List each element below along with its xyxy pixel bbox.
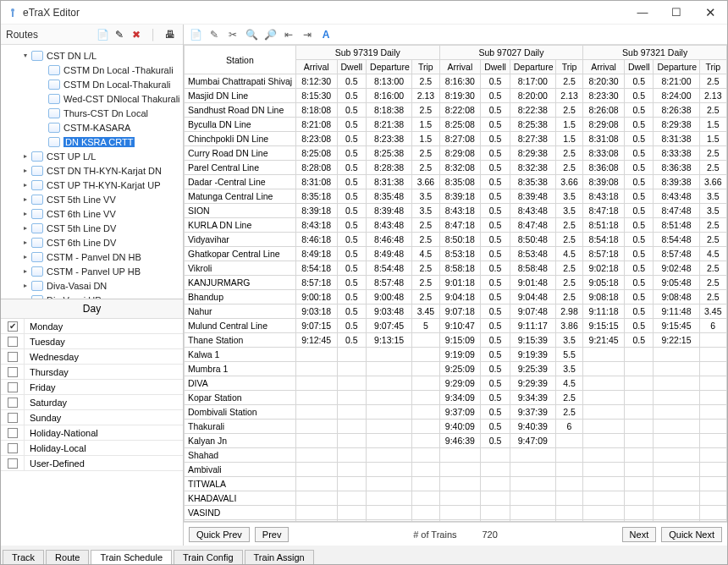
data-cell[interactable]: 0.5 (481, 362, 510, 376)
tb-zoomin-icon[interactable]: 🔎 (262, 26, 279, 43)
data-cell[interactable]: 8:53:48 (510, 247, 555, 261)
day-checkbox[interactable] (8, 398, 18, 408)
tree-node[interactable]: ▸CST UP L/L (3, 149, 181, 163)
data-cell[interactable] (367, 391, 412, 405)
data-cell[interactable]: 8:43:48 (510, 204, 555, 218)
data-cell[interactable] (555, 477, 582, 491)
data-cell[interactable] (367, 434, 412, 448)
data-cell[interactable]: 9:15:45 (654, 319, 699, 333)
data-cell[interactable]: 5.5 (555, 348, 582, 362)
data-cell[interactable]: 9:04:18 (439, 290, 481, 304)
data-cell[interactable] (481, 448, 510, 463)
data-cell[interactable]: 8:16:00 (367, 89, 412, 103)
data-cell[interactable] (654, 434, 699, 448)
table-row[interactable]: Shahad (185, 448, 727, 463)
data-cell[interactable]: 0.5 (624, 290, 654, 304)
data-cell[interactable]: 8:36:08 (583, 161, 625, 175)
data-cell[interactable]: 0.5 (624, 204, 654, 218)
data-cell[interactable] (367, 448, 412, 463)
data-cell[interactable]: 9:19:39 (510, 348, 555, 362)
data-cell[interactable] (654, 420, 699, 434)
data-cell[interactable]: 9:25:39 (510, 362, 555, 376)
tree-twisty-icon[interactable]: ▸ (21, 210, 30, 218)
data-cell[interactable]: 8:47:48 (654, 204, 699, 218)
data-cell[interactable] (510, 506, 555, 520)
data-cell[interactable]: 8:33:08 (583, 146, 625, 161)
data-cell[interactable]: 4.5 (412, 247, 439, 261)
data-cell[interactable]: 9:21:45 (583, 333, 625, 348)
data-cell[interactable] (583, 491, 625, 506)
quick-prev-button[interactable]: Quick Prev (189, 527, 250, 542)
minimize-button[interactable]: — (626, 1, 659, 25)
data-cell[interactable] (624, 348, 654, 362)
day-checkbox[interactable] (8, 337, 18, 347)
data-cell[interactable]: 2.5 (699, 218, 726, 233)
data-cell[interactable] (624, 362, 654, 376)
routes-new-icon[interactable]: 📄 (95, 27, 110, 42)
tb-cut-icon[interactable]: ✂ (224, 26, 241, 43)
data-cell[interactable]: 0.5 (481, 218, 510, 233)
data-cell[interactable] (439, 491, 481, 506)
data-cell[interactable]: 0.5 (481, 333, 510, 348)
data-cell[interactable]: 0.5 (624, 189, 654, 204)
data-cell[interactable] (337, 448, 367, 463)
data-cell[interactable] (412, 333, 439, 348)
data-cell[interactable] (412, 491, 439, 506)
table-row[interactable]: Thakurali9:40:090.59:40:396 (185, 420, 727, 434)
data-cell[interactable]: 2.5 (412, 146, 439, 161)
data-cell[interactable]: 8:39:48 (510, 189, 555, 204)
data-cell[interactable]: 8:31:38 (654, 132, 699, 146)
data-cell[interactable]: 8:57:18 (583, 247, 625, 261)
data-cell[interactable]: 2.5 (555, 161, 582, 175)
data-cell[interactable]: 2.5 (412, 74, 439, 89)
data-cell[interactable]: 0.5 (624, 261, 654, 276)
tree-node[interactable]: ▸CSTM - Panvel UP HB (3, 264, 181, 278)
table-row[interactable]: Nahur9:03:180.59:03:483.459:07:180.59:07… (185, 304, 727, 319)
data-cell[interactable]: 9:03:48 (367, 304, 412, 319)
data-cell[interactable] (439, 477, 481, 491)
data-cell[interactable]: 2.5 (412, 290, 439, 304)
data-cell[interactable]: 2.5 (555, 146, 582, 161)
data-cell[interactable] (624, 420, 654, 434)
data-cell[interactable]: 8:17:00 (510, 74, 555, 89)
data-cell[interactable]: 0.5 (624, 247, 654, 261)
data-cell[interactable]: 0.5 (624, 175, 654, 189)
tree-node[interactable]: ▸Diva-Vasai DN (3, 278, 181, 293)
data-cell[interactable]: 8:47:18 (583, 204, 625, 218)
tree-node[interactable]: ▸CSTM Dn Local -Thakurali (3, 63, 181, 77)
tree-twisty-icon[interactable]: ▸ (21, 253, 30, 261)
data-cell[interactable]: 0.5 (481, 175, 510, 189)
data-cell[interactable]: 2.13 (555, 89, 582, 103)
data-cell[interactable] (367, 477, 412, 491)
data-cell[interactable]: 4.5 (699, 247, 726, 261)
data-cell[interactable]: 9:15:39 (510, 333, 555, 348)
data-cell[interactable]: 0.5 (337, 204, 367, 218)
data-cell[interactable]: 9:07:48 (510, 304, 555, 319)
table-row[interactable]: Curry Road DN Line8:25:080.58:25:382.58:… (185, 146, 727, 161)
data-cell[interactable]: 9:40:39 (510, 420, 555, 434)
data-cell[interactable] (699, 333, 726, 348)
data-cell[interactable]: 0.5 (481, 304, 510, 319)
data-cell[interactable]: 8:43:48 (654, 189, 699, 204)
data-cell[interactable]: 2.5 (699, 276, 726, 290)
day-checkbox[interactable] (8, 428, 18, 438)
data-cell[interactable]: 8:57:48 (654, 247, 699, 261)
data-cell[interactable]: 2.5 (412, 218, 439, 233)
data-cell[interactable]: 8:29:08 (583, 118, 625, 132)
quick-next-button[interactable]: Quick Next (661, 527, 722, 542)
data-cell[interactable]: 0.5 (481, 348, 510, 362)
tree-node[interactable]: ▸CST 5th Line DV (3, 221, 181, 235)
data-cell[interactable]: 6 (555, 420, 582, 434)
table-row[interactable]: Sandhust Road DN Line8:18:080.58:18:382.… (185, 103, 727, 118)
data-cell[interactable] (337, 348, 367, 362)
data-cell[interactable]: 9:37:39 (510, 405, 555, 420)
routes-tree[interactable]: ▾CST DN L/L▸CSTM Dn Local -Thakurali▸CST… (1, 45, 183, 299)
data-cell[interactable]: 8:43:48 (367, 218, 412, 233)
data-cell[interactable]: 0.5 (624, 118, 654, 132)
data-cell[interactable]: 8:35:18 (295, 189, 337, 204)
data-cell[interactable]: 2.13 (412, 89, 439, 103)
data-cell[interactable] (699, 348, 726, 362)
data-cell[interactable] (699, 506, 726, 520)
data-cell[interactable] (699, 463, 726, 477)
table-row[interactable]: Vikroli8:54:180.58:54:482.58:58:180.58:5… (185, 261, 727, 276)
